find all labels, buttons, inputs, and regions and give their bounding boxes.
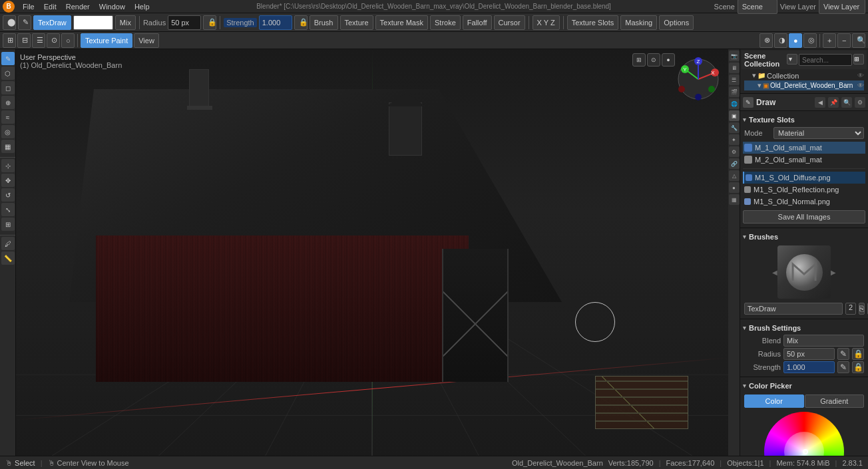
save-all-images-btn[interactable]: Save All Images [743, 210, 865, 224]
view2-btn[interactable]: ⊟ [17, 33, 31, 48]
texture-paint-mode-btn[interactable]: Texture Paint [81, 33, 132, 48]
props-physics[interactable]: ⚙ [729, 146, 740, 157]
options-btn[interactable]: Options [659, 15, 694, 30]
texture-btn[interactable]: Texture [340, 15, 373, 30]
vp-shading-3[interactable]: ● [789, 33, 802, 48]
props-expand[interactable]: ◀ [815, 97, 825, 108]
menu-render[interactable]: Render [62, 1, 94, 12]
props-world[interactable]: 🌐 [729, 98, 740, 109]
tool-draw[interactable]: ✎ [1, 52, 15, 65]
zoom-out[interactable]: − [837, 33, 851, 48]
props-view-layer[interactable]: ☰ [729, 75, 740, 85]
zoom-in[interactable]: + [823, 33, 836, 48]
viewport[interactable]: X Y Z User Perspective [16, 49, 728, 456]
props-constraints[interactable]: 🔗 [729, 158, 740, 169]
tool-annotate[interactable]: 🖊 [1, 237, 15, 250]
radius-pen-btn[interactable]: ✎ [837, 348, 849, 360]
tool-fill[interactable]: ⬡ [1, 67, 15, 80]
brush-settings-header[interactable]: ▾ Brush Settings [743, 322, 865, 334]
props-pin[interactable]: 📌 [828, 97, 839, 108]
radius-input[interactable] [168, 15, 201, 30]
vp-shading-4[interactable]: ◎ [803, 33, 817, 48]
props-material[interactable]: ● [729, 182, 740, 193]
props-object[interactable]: ▣ [729, 110, 740, 121]
props-data[interactable]: △ [729, 170, 740, 181]
view4-btn[interactable]: ⊙ [47, 33, 60, 48]
strength-pen-btn[interactable]: ✎ [837, 361, 849, 373]
strength-lock[interactable]: 🔒 [294, 15, 308, 30]
scene-selector[interactable]: Scene [738, 0, 777, 14]
brush-copy-btn[interactable]: ⎘ [859, 303, 865, 315]
texture-mask-btn[interactable]: Texture Mask [375, 15, 428, 30]
view3-btn[interactable]: ☰ [32, 33, 45, 48]
brush-prev-arrow[interactable]: ◀ [772, 269, 777, 276]
obj-eye[interactable]: 👁 [857, 82, 864, 89]
menu-help[interactable]: Help [130, 1, 154, 12]
radius-lock[interactable]: 🔒 [203, 15, 216, 30]
tool-transform[interactable]: ⊞ [1, 218, 15, 231]
texture-slots-header[interactable]: ▾ Texture Slots [743, 114, 865, 126]
view-mode-btn[interactable]: View [134, 33, 159, 48]
tool-scale[interactable]: ⤡ [1, 203, 15, 216]
grid-nav-btn[interactable]: ⊞ [3, 33, 16, 48]
color-tab[interactable]: Color [744, 394, 804, 408]
radius-value-field[interactable]: 50 px [783, 348, 835, 360]
props-scene[interactable]: 🎬 [729, 86, 740, 97]
brush-next-arrow[interactable]: ▶ [831, 269, 836, 276]
vp-shading-btn[interactable]: ● [662, 53, 675, 67]
radius-lock-btn[interactable]: 🔒 [852, 348, 864, 360]
menu-file[interactable]: File [19, 1, 39, 12]
collection-eye[interactable]: 👁 [857, 72, 864, 79]
texture-slots-btn[interactable]: Texture Slots [567, 15, 619, 30]
tool-move[interactable]: ✥ [1, 174, 15, 187]
menu-edit[interactable]: Edit [40, 1, 61, 12]
props-search[interactable]: 🔍 [841, 97, 852, 108]
vp-shading-2[interactable]: ◑ [774, 33, 787, 48]
props-texture[interactable]: ▦ [729, 194, 740, 205]
props-render[interactable]: 📷 [729, 51, 740, 61]
tool-mask[interactable]: ▦ [1, 140, 15, 153]
tool-cursor[interactable]: ⊹ [1, 159, 15, 172]
strength-value-field[interactable]: 1.000 [783, 361, 835, 373]
menu-window[interactable]: Window [95, 1, 129, 12]
collection-item[interactable]: ▾ 📁 Collection 👁 [744, 71, 864, 80]
props-modifier[interactable]: 🔧 [729, 122, 740, 133]
toolbar-icon-1[interactable]: ⬤ [3, 15, 16, 30]
brush-btn[interactable]: Brush [310, 15, 338, 30]
img-item-2[interactable]: M1_S_Old_Normal.png [743, 196, 865, 208]
masking-btn[interactable]: Masking [620, 15, 657, 30]
tool-soften[interactable]: ◎ [1, 125, 15, 138]
vp-menu-btn[interactable]: ⊞ [632, 53, 646, 67]
props-output[interactable]: 🖥 [729, 63, 740, 73]
draw-prop-icon[interactable]: ✎ [743, 97, 754, 108]
outliner-add[interactable]: ⊞ [853, 54, 864, 65]
vp-shading-1[interactable]: ⊗ [760, 33, 773, 48]
stroke-btn[interactable]: Stroke [430, 15, 461, 30]
color-swatch[interactable] [73, 15, 113, 30]
vp-overlay-btn[interactable]: ⊙ [647, 53, 660, 67]
falloff-btn[interactable]: Falloff [463, 15, 492, 30]
tool-clone[interactable]: ⊕ [1, 96, 15, 109]
tool-erase[interactable]: ◻ [1, 81, 15, 94]
xy-btn[interactable]: X Y Z [533, 15, 560, 30]
img-item-0[interactable]: M1_S_Old_Diffuse.png [743, 172, 865, 184]
blend-value[interactable]: Mix [783, 335, 864, 347]
color-wheel[interactable] [764, 412, 844, 456]
strength-input[interactable] [259, 15, 292, 30]
mode-select[interactable]: Material [773, 127, 864, 139]
outliner-search-input[interactable] [799, 54, 852, 66]
cursor-btn[interactable]: Cursor [494, 15, 525, 30]
slot-item-1[interactable]: M_2_Old_small_mat [743, 154, 865, 166]
tool-smear[interactable]: ≈ [1, 110, 15, 124]
strength-lock-btn[interactable]: 🔒 [852, 361, 864, 373]
slot-item-0[interactable]: M_1_Old_small_mat [743, 142, 865, 154]
brush-type-btn[interactable]: TexDraw [33, 15, 71, 30]
gradient-tab[interactable]: Gradient [805, 394, 865, 408]
brushes-header[interactable]: ▾ Brushes [743, 231, 865, 243]
view5-btn[interactable]: ○ [61, 33, 75, 48]
props-particles[interactable]: ✦ [729, 134, 740, 145]
color-picker-header[interactable]: ▾ Color Picker [743, 380, 865, 392]
search-vp[interactable]: 🔍 [852, 33, 865, 48]
toolbar-icon-2[interactable]: ✎ [18, 15, 31, 30]
view-layer-selector[interactable]: View Layer [819, 0, 865, 14]
